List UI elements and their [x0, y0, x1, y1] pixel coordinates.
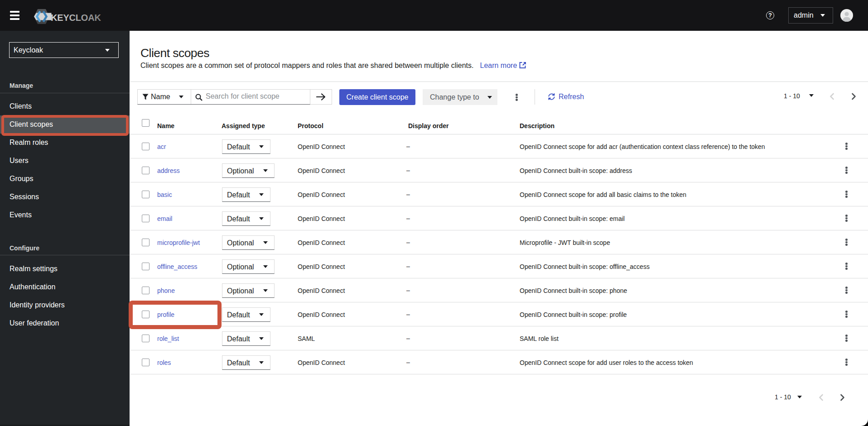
svg-text:KEYCLOAK: KEYCLOAK — [51, 13, 101, 23]
